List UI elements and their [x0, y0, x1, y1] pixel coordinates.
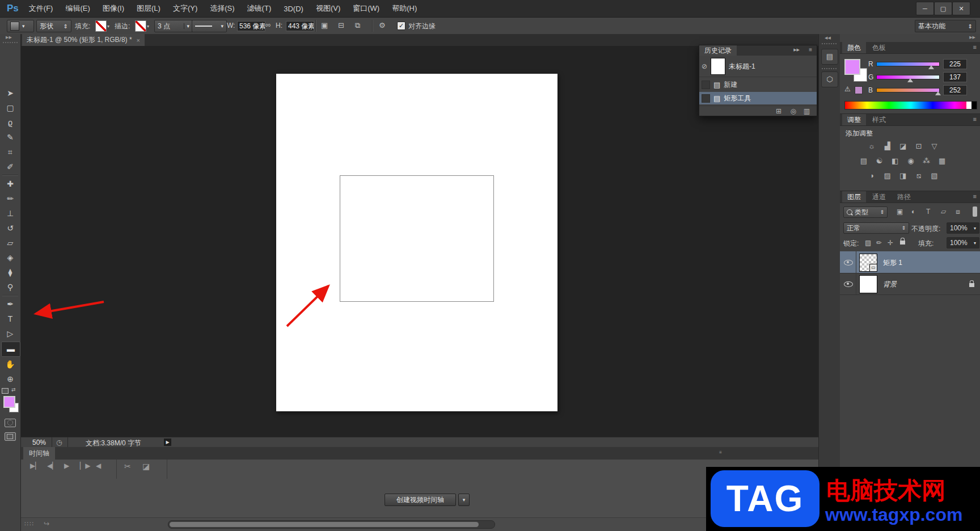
layer-thumbnail[interactable]: ▭ [859, 254, 877, 272]
panel-menu-icon[interactable]: ≡ [973, 116, 977, 123]
green-value-field[interactable]: 137 [943, 72, 967, 82]
path-operations-icon[interactable]: ▣ [321, 21, 328, 30]
clock-icon[interactable]: ◷ [56, 439, 62, 446]
path-alignment-icon[interactable]: ⊟ [338, 21, 344, 30]
eyedropper-tool[interactable]: ✐ [1, 160, 19, 174]
photo-filter-icon[interactable]: ◉ [904, 156, 918, 166]
panel-grip[interactable] [822, 68, 837, 69]
history-source-well[interactable] [702, 94, 710, 103]
filter-type-layers-icon[interactable]: T [926, 208, 930, 216]
horizontal-scrollbar[interactable] [168, 520, 495, 529]
scissors-icon[interactable]: ✂ [124, 462, 131, 479]
tab-adjustments[interactable]: 调整 [842, 114, 866, 125]
curves-icon[interactable]: ◪ [896, 141, 910, 151]
menu-file[interactable]: 文件(F) [29, 3, 53, 14]
lock-paint-icon[interactable]: ✏ [876, 239, 882, 247]
brightness-contrast-icon[interactable]: ☼ [865, 141, 878, 151]
history-source-well[interactable] [702, 81, 710, 89]
timeline-mode-dropdown[interactable]: ▾ [458, 494, 470, 506]
layer-row-background[interactable]: 背景 [840, 273, 980, 295]
rectangular-marquee-tool[interactable]: ▢ [1, 101, 19, 115]
path-arrangement-icon[interactable]: ⧉ [355, 21, 360, 30]
green-slider-thumb[interactable] [907, 78, 913, 82]
quick-selection-tool[interactable]: ✎ [1, 130, 19, 145]
expand-strip-icon[interactable]: ◀◀ [825, 36, 831, 40]
tab-layers[interactable]: 图层 [842, 191, 866, 203]
color-lookup-icon[interactable]: ▦ [935, 156, 949, 166]
stroke-type-dropdown[interactable]: ▾ [192, 20, 227, 32]
pen-tool[interactable]: ✒ [1, 297, 19, 311]
gradient-map-icon[interactable]: ⧅ [912, 171, 926, 181]
tab-color[interactable]: 颜色 [842, 42, 866, 53]
scrollbar-thumb[interactable] [170, 522, 479, 527]
type-tool[interactable]: T [1, 312, 19, 326]
panel-menu-icon[interactable]: ≡ [809, 47, 812, 53]
zoom-tool[interactable]: ⊕ [1, 372, 19, 386]
channel-mixer-icon[interactable]: ⁂ [920, 156, 933, 166]
panel-menu-icon[interactable]: ≡ [719, 450, 722, 455]
clone-stamp-tool[interactable]: ⊥ [1, 206, 19, 221]
fill-dropdown-icon[interactable]: ▾ [107, 24, 109, 29]
history-brush-tool[interactable]: ↺ [1, 221, 19, 235]
gamut-warning-icon[interactable]: ⚠ [844, 85, 851, 93]
tab-paths[interactable]: 路径 [892, 191, 916, 203]
red-slider-thumb[interactable] [928, 65, 934, 69]
panel-grip[interactable] [3, 42, 18, 43]
stroke-dropdown-icon[interactable]: ▾ [147, 24, 149, 29]
tab-styles[interactable]: 样式 [867, 114, 891, 125]
blend-mode-dropdown[interactable]: 正常 ⇕ [843, 222, 909, 234]
panel-menu-icon[interactable]: ≡ [973, 193, 977, 200]
foreground-color-swatch[interactable] [3, 396, 15, 408]
gear-icon[interactable]: ⚙ [379, 21, 386, 30]
flip-arrow-icon[interactable]: ↪ [44, 520, 49, 528]
filter-shape-layers-icon[interactable]: ▱ [941, 208, 946, 216]
dodge-tool[interactable]: ⚲ [1, 280, 19, 294]
close-button[interactable]: ✕ [952, 2, 970, 15]
fill-dropdown[interactable]: 100% ▾ [947, 237, 979, 248]
quick-mask-button[interactable] [5, 419, 16, 427]
color-balance-icon[interactable]: ☯ [873, 156, 886, 166]
layer-name[interactable]: 矩形 1 [883, 258, 902, 268]
blur-tool[interactable]: ⧫ [1, 266, 19, 280]
invert-icon[interactable]: ◑ [865, 171, 878, 181]
layer-row-rectangle-1[interactable]: ▭ 矩形 1 [840, 251, 980, 273]
filter-adjustment-layers-icon[interactable]: ◐ [911, 208, 915, 216]
crop-tool[interactable]: ⌗ [1, 145, 19, 159]
go-to-first-frame-button[interactable]: ▶▏ [30, 462, 40, 479]
spot-healing-brush-tool[interactable]: ✚ [1, 177, 19, 191]
opacity-dropdown[interactable]: 100% ▾ [947, 222, 979, 234]
hue-saturation-icon[interactable]: ▤ [857, 156, 871, 166]
transition-icon[interactable]: ◪ [142, 462, 150, 479]
tool-preset-picker[interactable]: ▾ [7, 20, 34, 32]
collapse-panel-icon[interactable]: ▶▶ [793, 48, 800, 52]
filtering-toggle[interactable] [973, 206, 977, 217]
menu-filter[interactable]: 滤镜(T) [247, 3, 272, 14]
audio-mute-button[interactable]: ◀ [96, 462, 101, 479]
tab-swatches[interactable]: 色板 [867, 42, 891, 53]
layer-thumbnail[interactable] [859, 275, 877, 293]
tab-channels[interactable]: 通道 [867, 191, 891, 203]
threshold-icon[interactable]: ◨ [896, 171, 910, 181]
panel-grip[interactable] [822, 43, 837, 44]
path-selection-tool[interactable]: ▷ [1, 327, 19, 341]
drawn-rectangle-shape[interactable] [340, 175, 494, 302]
posterize-icon[interactable]: ▨ [881, 171, 894, 181]
maximize-button[interactable]: ▢ [934, 2, 952, 15]
visibility-toggle[interactable] [840, 273, 856, 294]
minimize-button[interactable]: ─ [916, 2, 934, 15]
panel-menu-icon[interactable]: ≡ [973, 44, 977, 50]
selective-color-icon[interactable]: ▧ [928, 171, 941, 181]
lock-move-icon[interactable]: ✛ [888, 239, 893, 247]
next-frame-button[interactable]: ▏▶ [80, 462, 90, 479]
swap-colors-icon[interactable]: ⇄ [11, 387, 16, 393]
fill-swatch[interactable] [95, 20, 107, 32]
white-chip[interactable] [966, 102, 971, 109]
zoom-level-field[interactable]: 50% [32, 439, 46, 446]
menu-window[interactable]: 窗口(W) [353, 3, 379, 14]
stroke-width-input[interactable]: 3 点 ▾ [154, 20, 193, 32]
lock-transparency-icon[interactable]: ▨ [865, 239, 871, 247]
history-brush-source-icon[interactable]: ⊘ [702, 62, 707, 70]
screen-mode-button[interactable] [5, 432, 16, 441]
workspace-switcher[interactable]: 基本功能 ⇕ [915, 20, 976, 32]
menu-layer[interactable]: 图层(L) [137, 3, 160, 14]
